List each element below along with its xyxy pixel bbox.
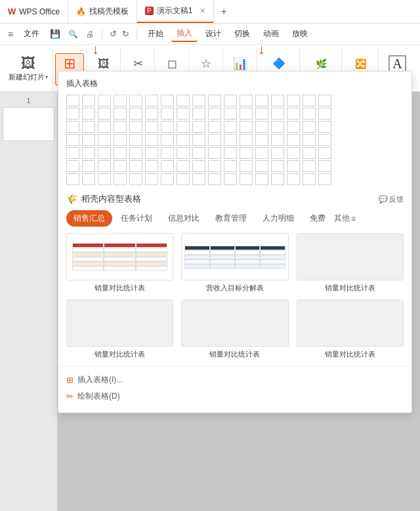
grid-cell[interactable] bbox=[145, 108, 158, 120]
grid-cell[interactable] bbox=[177, 134, 190, 146]
grid-cell[interactable] bbox=[114, 108, 127, 120]
grid-cell[interactable] bbox=[303, 108, 316, 120]
grid-cell[interactable] bbox=[129, 173, 142, 185]
save-icon[interactable]: 💾 bbox=[47, 28, 63, 40]
cat-tab-free[interactable]: 免费 bbox=[303, 210, 333, 227]
grid-cell[interactable] bbox=[271, 147, 284, 159]
grid-cell[interactable] bbox=[82, 108, 95, 120]
menu-slideshow[interactable]: 放映 bbox=[287, 26, 313, 41]
tab-ppt[interactable]: P 演示文稿1 ✕ bbox=[137, 0, 214, 23]
menu-insert[interactable]: 插入 bbox=[171, 26, 198, 42]
grid-cell[interactable] bbox=[129, 160, 142, 172]
grid-cell[interactable] bbox=[192, 173, 205, 185]
grid-cell[interactable] bbox=[98, 95, 111, 106]
grid-cell[interactable] bbox=[66, 108, 79, 120]
grid-cell[interactable] bbox=[303, 95, 316, 106]
grid-cell[interactable] bbox=[208, 121, 221, 133]
grid-cell[interactable] bbox=[98, 108, 111, 120]
grid-cell[interactable] bbox=[114, 173, 127, 185]
undo-button[interactable]: ↺ bbox=[108, 28, 119, 40]
grid-cell[interactable] bbox=[224, 147, 237, 159]
grid-cell[interactable] bbox=[145, 173, 158, 185]
grid-cell[interactable] bbox=[208, 147, 221, 159]
grid-cell[interactable] bbox=[129, 95, 142, 106]
menu-start[interactable]: 开始 bbox=[142, 26, 169, 41]
grid-cell[interactable] bbox=[303, 147, 316, 159]
menu-design[interactable]: 设计 bbox=[200, 26, 226, 41]
grid-cell[interactable] bbox=[255, 95, 268, 106]
grid-cell[interactable] bbox=[303, 121, 316, 133]
grid-cell[interactable] bbox=[98, 160, 111, 172]
grid-cell[interactable] bbox=[287, 121, 300, 133]
feedback-button[interactable]: 💬 反馈 bbox=[379, 194, 404, 204]
new-slide-button[interactable]: 🖼 新建幻灯片 ▾ bbox=[5, 54, 52, 85]
grid-cell[interactable] bbox=[287, 160, 300, 172]
grid-cell[interactable] bbox=[208, 160, 221, 172]
grid-cell[interactable] bbox=[192, 134, 205, 146]
grid-cell[interactable] bbox=[271, 173, 284, 185]
grid-cell[interactable] bbox=[240, 173, 253, 185]
grid-cell[interactable] bbox=[287, 95, 300, 106]
grid-cell[interactable] bbox=[224, 173, 237, 185]
grid-cell[interactable] bbox=[145, 121, 158, 133]
grid-cell[interactable] bbox=[240, 134, 253, 146]
grid-cell[interactable] bbox=[271, 108, 284, 120]
tab-wps[interactable]: W WPS Office bbox=[0, 0, 68, 23]
template-item-1[interactable]: 销量对比统计表 bbox=[66, 233, 173, 293]
grid-cell[interactable] bbox=[66, 160, 79, 172]
template-item-5[interactable]: 销量对比统计表 bbox=[181, 300, 288, 359]
grid-cell[interactable] bbox=[177, 147, 190, 159]
grid-cell[interactable] bbox=[287, 108, 300, 120]
grid-cell[interactable] bbox=[240, 121, 253, 133]
menu-transition[interactable]: 切换 bbox=[229, 26, 255, 41]
grid-cell[interactable] bbox=[240, 147, 253, 159]
grid-cell[interactable] bbox=[114, 121, 127, 133]
grid-cell[interactable] bbox=[271, 95, 284, 106]
grid-cell[interactable] bbox=[303, 134, 316, 146]
grid-cell[interactable] bbox=[208, 134, 221, 146]
grid-cell[interactable] bbox=[145, 95, 158, 106]
grid-cell[interactable] bbox=[177, 95, 190, 106]
grid-cell[interactable] bbox=[129, 121, 142, 133]
grid-cell[interactable] bbox=[161, 160, 174, 172]
grid-cell[interactable] bbox=[82, 121, 95, 133]
grid-cell[interactable] bbox=[303, 160, 316, 172]
grid-cell[interactable] bbox=[318, 147, 331, 159]
grid-cell[interactable] bbox=[177, 160, 190, 172]
grid-cell[interactable] bbox=[66, 173, 79, 185]
grid-cell[interactable] bbox=[66, 95, 79, 106]
grid-cell[interactable] bbox=[98, 147, 111, 159]
grid-cell[interactable] bbox=[114, 160, 127, 172]
grid-cell[interactable] bbox=[208, 173, 221, 185]
grid-cell[interactable] bbox=[161, 108, 174, 120]
grid-cell[interactable] bbox=[129, 147, 142, 159]
menu-file[interactable]: 文件 bbox=[18, 26, 45, 41]
cat-tab-task[interactable]: 任务计划 bbox=[114, 210, 159, 227]
template-item-2[interactable]: 营收入目标分解表 bbox=[181, 233, 288, 293]
grid-cell[interactable] bbox=[224, 108, 237, 120]
grid-cell[interactable] bbox=[318, 121, 331, 133]
grid-cell[interactable] bbox=[82, 95, 95, 106]
grid-cell[interactable] bbox=[145, 160, 158, 172]
add-tab-button[interactable]: + bbox=[214, 6, 233, 18]
grid-cell[interactable] bbox=[287, 173, 300, 185]
grid-cell[interactable] bbox=[318, 95, 331, 106]
grid-cell[interactable] bbox=[271, 121, 284, 133]
grid-cell[interactable] bbox=[145, 134, 158, 146]
draw-table-link[interactable]: ✏ 绘制表格(D) bbox=[66, 388, 404, 405]
slide-thumbnail[interactable] bbox=[3, 107, 54, 141]
grid-cell[interactable] bbox=[114, 147, 127, 159]
template-item-4[interactable]: 销量对比统计表 bbox=[66, 300, 173, 359]
grid-cell[interactable] bbox=[224, 160, 237, 172]
grid-cell[interactable] bbox=[224, 121, 237, 133]
grid-cell[interactable] bbox=[177, 121, 190, 133]
template-item-3[interactable]: 销量对比统计表 bbox=[297, 233, 404, 293]
grid-cell[interactable] bbox=[318, 160, 331, 172]
grid-cell[interactable] bbox=[82, 173, 95, 185]
grid-cell[interactable] bbox=[318, 134, 331, 146]
cat-more-button[interactable]: 其他 ≡ bbox=[334, 213, 356, 224]
grid-cell[interactable] bbox=[271, 134, 284, 146]
grid-cell[interactable] bbox=[208, 95, 221, 106]
grid-cell[interactable] bbox=[240, 108, 253, 120]
tab-template[interactable]: 🔥 找稿壳模板 bbox=[68, 0, 137, 23]
